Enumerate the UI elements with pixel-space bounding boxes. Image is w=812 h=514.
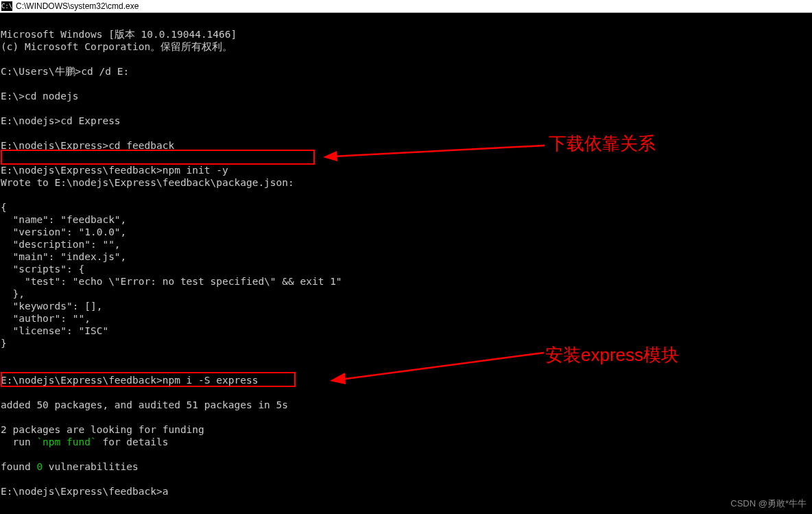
output-line: (c) Microsoft Corporation。保留所有权利。 [1, 41, 232, 52]
output-line: "test": "echo \"Error: no test specified… [1, 276, 342, 287]
output-line: "keywords": [], [1, 301, 102, 312]
output-line: "scripts": { [1, 264, 84, 274]
terminal-output[interactable]: Microsoft Windows [版本 10.0.19044.1466] (… [0, 13, 812, 500]
output-line: }, [1, 288, 25, 299]
window-title: C:\WINDOWS\system32\cmd.exe [16, 1, 139, 11]
annotation-install-express: 安装express模块 [545, 343, 679, 367]
output-line: Microsoft Windows [版本 10.0.19044.1466] [1, 29, 237, 40]
output-line: "version": "1.0.0", [1, 226, 126, 237]
watermark: CSDN @勇敢*牛牛 [730, 498, 807, 510]
output-line: "license": "ISC" [1, 325, 108, 336]
output-line: "main": "index.js", [1, 251, 126, 262]
output-line: added 50 packages, and audited 51 packag… [1, 399, 288, 410]
output-line: "author": "", [1, 313, 91, 324]
output-line: run [1, 436, 36, 447]
prompt-line: E:\nodejs\Express\feedback>a [1, 486, 168, 497]
annotation-download-deps: 下载依靠关系 [549, 132, 656, 156]
output-line: { [1, 202, 7, 213]
output-line: } [1, 338, 7, 349]
output-highlight: `npm fund` [36, 436, 96, 447]
output-line: 2 packages are looking for funding [1, 424, 204, 435]
prompt-line: E:\nodejs\Express>cd feedback [1, 140, 174, 151]
window-titlebar: C:\ C:\WINDOWS\system32\cmd.exe [0, 0, 812, 13]
prompt-line: E:\nodejs>cd Express [1, 115, 121, 126]
cmd-icon: C:\ [1, 1, 12, 11]
output-line: found [1, 461, 36, 472]
prompt-line: E:\nodejs\Express\feedback>npm i -S expr… [1, 375, 258, 386]
prompt-line: C:\Users\牛鹏>cd /d E: [1, 66, 129, 77]
prompt-line: E:\nodejs\Express\feedback>npm init -y [1, 165, 228, 176]
output-line: Wrote to E:\nodejs\Express\feedback\pack… [1, 177, 294, 188]
output-line: "name": "feedback", [1, 214, 126, 225]
output-line: for details [97, 436, 169, 447]
output-line: vulnerabilities [43, 461, 139, 472]
output-highlight: 0 [36, 461, 43, 472]
output-line: "description": "", [1, 239, 121, 250]
prompt-line: E:\>cd nodejs [1, 91, 79, 102]
